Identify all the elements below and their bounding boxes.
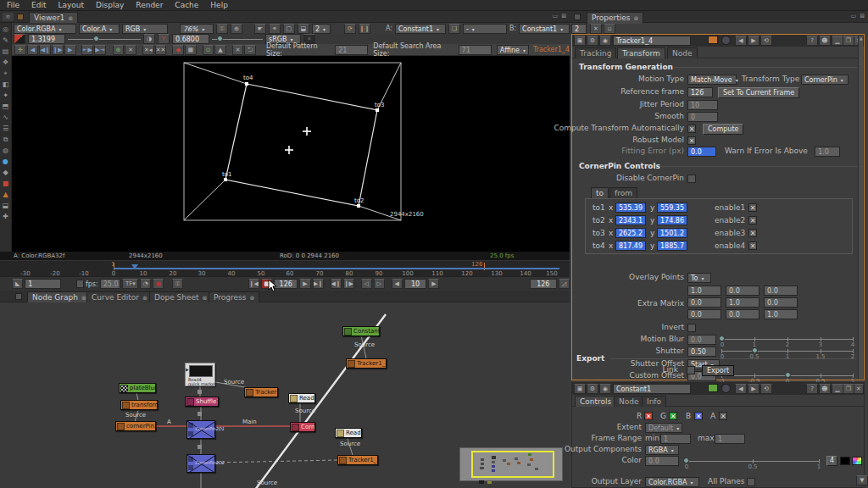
help-icon[interactable]: ? [806, 384, 818, 394]
center-node-icon[interactable]: ◉ [599, 384, 611, 394]
next-frame-icon[interactable]: ❙▶ [343, 279, 354, 289]
matrix-21[interactable]: 0.0 [726, 309, 760, 319]
stereo-view-dropdown[interactable]: 2 [312, 24, 331, 34]
frame-range-max-field[interactable]: 1 [715, 434, 745, 444]
node-tracker1[interactable]: Tracker1 [244, 387, 278, 397]
matrix-02[interactable]: 0.0 [764, 286, 798, 296]
transform-type-dropdown[interactable]: CornerPin [801, 75, 849, 85]
node-color2-swatch[interactable] [721, 36, 731, 45]
tab-progress[interactable]: Progress⊗ [209, 291, 259, 303]
clear-bwd-icon[interactable]: ✕◂ [142, 45, 154, 55]
tool-icon-8[interactable]: ⬒ [1, 102, 11, 111]
tab-curve-editor[interactable]: Curve Editor⊗ [86, 291, 153, 303]
menu-help[interactable]: Help [210, 1, 228, 10]
set-to-current-frame-button[interactable]: Set To Current Frame [718, 87, 799, 98]
playhead-icon[interactable] [131, 264, 138, 269]
zoom-lock-icon[interactable]: ⚿ [216, 24, 228, 34]
shutter-field[interactable]: 0.50 [687, 347, 716, 357]
shutter-slider-handle[interactable] [752, 347, 758, 353]
pane-content-icon[interactable] [574, 14, 581, 20]
gain-toggle-icon[interactable] [14, 34, 25, 44]
blend-dropdown[interactable]: - [463, 24, 507, 34]
color-wheel-icon[interactable] [852, 457, 862, 465]
channel-g-checkbox[interactable] [669, 412, 677, 420]
blend-mode-icon[interactable]: ❏ [448, 24, 460, 34]
tf-dropdown[interactable]: TF▾ [122, 279, 138, 289]
zoom-fit-icon[interactable]: ⊕ [231, 24, 242, 34]
tool-icon-14[interactable]: ◆ [1, 168, 11, 177]
matrix-11[interactable]: 1.0 [726, 297, 760, 308]
fitting-error-field[interactable]: 0.0 [687, 147, 716, 157]
delete-track-icon[interactable]: ◆ [172, 45, 184, 55]
tab-transform[interactable]: Transform [617, 47, 665, 58]
revert-icon[interactable]: ⟲ [760, 384, 772, 394]
node-color2-swatch[interactable] [721, 384, 731, 393]
dag-minimap[interactable] [459, 447, 563, 481]
track-grid-icon[interactable]: ▦ [185, 45, 197, 55]
tab-node[interactable]: Node [614, 396, 644, 407]
node-cornerpin1[interactable]: CornerPin [290, 422, 315, 432]
tab-dope-sheet[interactable]: Dope Sheet⊗ [149, 291, 212, 303]
goto-start-icon[interactable]: ❙◀ [248, 279, 259, 289]
cornerpin-point-to2[interactable]: to2 [354, 197, 364, 204]
help-icon[interactable]: ? [806, 36, 818, 46]
step-fwd-icon[interactable]: ▶ [428, 279, 439, 289]
tool-icon-1[interactable]: ◎ [1, 25, 11, 34]
smooth-field[interactable]: 0 [687, 112, 718, 122]
tool-icon-5[interactable]: ⌖ [1, 69, 11, 78]
menu-edit[interactable]: Edit [31, 1, 46, 10]
to1-x-field[interactable]: 535.39 [615, 202, 646, 213]
tool-icon-16[interactable]: ▲ [1, 190, 11, 199]
to4-x-field[interactable]: 817.49 [615, 241, 646, 251]
compute-auto-checkbox[interactable] [687, 125, 696, 133]
gamma-toggle-icon[interactable]: ◑ [143, 34, 155, 44]
node-color-swatch[interactable] [708, 384, 718, 392]
tab-properties[interactable]: Properties⊗ [587, 12, 643, 24]
motion-blur-slider-handle[interactable] [719, 336, 725, 341]
node-tracker1-3[interactable]: Tracker1_3 [337, 455, 378, 465]
gear-icon[interactable]: ⚙ [587, 384, 598, 394]
fullscreen-monitor-icon[interactable]: ⬓ [298, 24, 309, 34]
to2-x-field[interactable]: 2343.1 [615, 215, 646, 225]
minimize-icon[interactable]: ▁ [832, 384, 843, 394]
minimize-icon[interactable]: ▁ [832, 36, 843, 46]
channel-r-checkbox[interactable] [644, 412, 653, 420]
float-panel-icon[interactable]: ❐ [843, 384, 854, 394]
float-panel-icon[interactable]: ❐ [843, 36, 854, 46]
node-transform2[interactable]: transform2 [120, 400, 158, 410]
range-flag-icon[interactable]: ◣ [12, 279, 23, 289]
matrix-01[interactable]: 0.0 [726, 286, 760, 296]
play-icon[interactable]: ▶ [299, 279, 310, 289]
track-back-icon[interactable]: ◀ [27, 45, 39, 55]
tab-info[interactable]: Info [642, 396, 666, 407]
to3-x-field[interactable]: 2625.2 [615, 228, 646, 238]
show-error-icon[interactable]: ▲ [214, 45, 226, 55]
compute-button[interactable]: Compute [703, 124, 743, 135]
node-name-field[interactable]: Tracker1_4 [613, 36, 691, 46]
pane-content-icon[interactable] [17, 14, 24, 20]
pin-panel-icon[interactable]: ▫ [604, 24, 615, 34]
next-node-icon[interactable]: ▶ [748, 384, 760, 394]
cornerpin-point-to1[interactable]: to1 [222, 171, 231, 178]
to3-y-field[interactable]: 1501.2 [657, 228, 687, 238]
wipe-icon[interactable]: ⚭ [269, 24, 281, 34]
menu-display[interactable]: Display [96, 1, 124, 10]
timeline[interactable]: 1 126 -30 -20 -10 0 10 20 30 40 50 60 70… [0, 260, 570, 276]
node-cornerpin2d1[interactable]: CornerPin2D1 [186, 420, 215, 439]
menu-file[interactable]: File [7, 1, 19, 10]
tool-icon-10[interactable]: ☰ [1, 124, 11, 133]
gamma-field[interactable]: 0.6800 [172, 34, 209, 44]
tab-node[interactable]: Node [667, 47, 698, 58]
prev-node-icon[interactable]: ◀ [735, 36, 747, 46]
disable-cornerpin-checkbox[interactable] [687, 175, 696, 183]
cornerpin-point-to3[interactable]: to3 [375, 102, 384, 108]
close-icon[interactable]: ⊗ [142, 295, 147, 302]
user-knobs-icon[interactable]: ☻ [819, 384, 831, 394]
frame-range-min-field[interactable]: 1 [660, 434, 691, 444]
enable3-checkbox[interactable] [748, 229, 757, 237]
dag-canvas[interactable]: Constant1 Source Tracker1_4 plateBlue tr… [0, 302, 570, 488]
refresh-icon[interactable]: ⟳ [344, 24, 356, 34]
node-read1[interactable]: Read1 [288, 393, 315, 403]
clear-key-icon[interactable]: ✕ [125, 45, 136, 55]
tool-icon-13[interactable]: ● [1, 157, 11, 166]
